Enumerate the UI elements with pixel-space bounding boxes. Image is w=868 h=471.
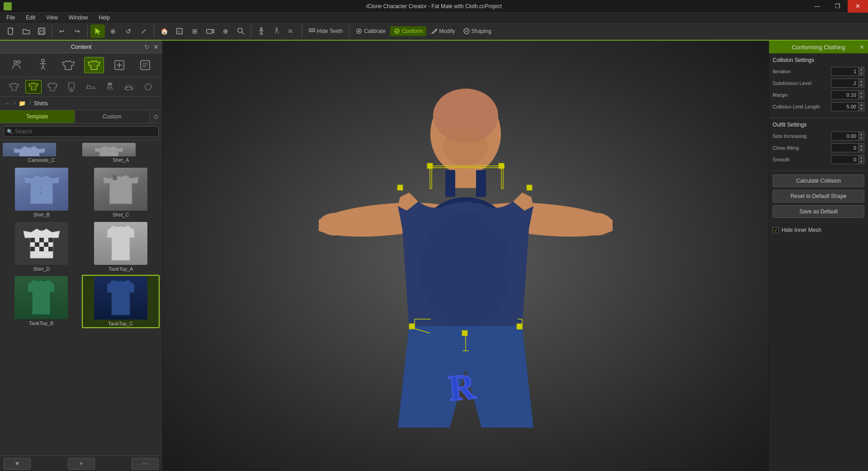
collision-settings-title: Collision Settings: [773, 57, 864, 63]
restore-button[interactable]: ❐: [827, 0, 848, 13]
grid-item-tanktop-b[interactable]: TankTop_B: [3, 275, 80, 328]
close-fitting-input[interactable]: [831, 143, 858, 152]
iteration-input[interactable]: [831, 67, 858, 76]
collision-limit-input[interactable]: [831, 102, 858, 111]
grid-item-tanktop-c[interactable]: TankTop_C: [82, 275, 160, 328]
download-button[interactable]: ▼: [4, 458, 31, 470]
category-extra[interactable]: [135, 57, 155, 73]
search-input[interactable]: [4, 126, 159, 137]
iteration-row: Iteration ▲ ▼: [773, 67, 864, 76]
ik-tool[interactable]: IK: [285, 24, 299, 38]
panel-refresh-button[interactable]: ↻: [144, 43, 150, 51]
new-button[interactable]: [4, 24, 18, 38]
category-shirt-active[interactable]: [84, 57, 104, 73]
category-skeleton[interactable]: [33, 57, 53, 73]
viewport[interactable]: R: [163, 41, 769, 471]
menu-edit[interactable]: Edit: [23, 14, 38, 22]
collision-limit-up[interactable]: ▲: [859, 103, 864, 107]
menu-window[interactable]: Window: [66, 14, 91, 22]
tab-template[interactable]: Template: [0, 110, 75, 123]
modify-button[interactable]: Modify: [427, 26, 458, 36]
view-orbit[interactable]: ⊕: [218, 24, 233, 38]
add-button[interactable]: +: [68, 458, 95, 470]
breadcrumb-back[interactable]: ←: [5, 100, 10, 107]
panel-close-button[interactable]: ✕: [153, 43, 159, 51]
shaping-button[interactable]: Shaping: [460, 26, 495, 36]
svg-rect-48: [30, 242, 35, 247]
subdivision-down[interactable]: ▼: [859, 83, 864, 87]
category-clothing[interactable]: [58, 57, 78, 73]
view-zoom[interactable]: [234, 24, 248, 38]
view-camera[interactable]: [203, 24, 217, 38]
margin-input[interactable]: [831, 90, 858, 99]
view-grid[interactable]: ⊞: [188, 24, 202, 38]
close-fitting-up[interactable]: ▲: [859, 144, 864, 148]
iteration-down[interactable]: ▼: [859, 71, 864, 75]
redo-button[interactable]: ↪: [70, 24, 85, 38]
menu-file[interactable]: File: [4, 14, 18, 22]
grid-item-shirt-c[interactable]: Shirt_C: [82, 166, 160, 219]
options-button[interactable]: ⋯: [132, 458, 159, 470]
subcat-shoes[interactable]: [83, 80, 99, 94]
subdivision-up[interactable]: ▲: [859, 79, 864, 83]
svg-rect-74: [527, 185, 532, 190]
calibrate-button[interactable]: Calibrate: [352, 26, 389, 36]
pose-tool[interactable]: [254, 24, 269, 38]
conform-panel-close[interactable]: ✕: [859, 44, 864, 51]
size-down[interactable]: ▼: [859, 136, 864, 140]
select-tool[interactable]: [90, 24, 105, 38]
subcat-circle[interactable]: [140, 80, 156, 94]
margin-up[interactable]: ▲: [859, 91, 864, 95]
subcat-top[interactable]: [6, 80, 22, 94]
grid-item[interactable]: [82, 143, 160, 156]
hide-teeth-button[interactable]: Hide Teeth: [305, 26, 346, 36]
hide-inner-mesh-checkbox[interactable]: [773, 227, 779, 233]
crosshair-tool[interactable]: ⊕: [106, 24, 120, 38]
collision-limit-down[interactable]: ▼: [859, 107, 864, 111]
save-as-default-button[interactable]: Save as Default: [773, 205, 864, 218]
subcat-hat[interactable]: [121, 80, 137, 94]
menu-help[interactable]: Help: [96, 14, 113, 22]
rotate-tool[interactable]: ↺: [121, 24, 136, 38]
category-people[interactable]: [7, 57, 27, 73]
save-button[interactable]: [34, 24, 49, 38]
grid-item-shirt-d[interactable]: Shirt_D: [3, 221, 80, 273]
size-up[interactable]: ▲: [859, 132, 864, 136]
smooth-down[interactable]: ▼: [859, 160, 864, 164]
margin-down[interactable]: ▼: [859, 95, 864, 99]
subdivision-input[interactable]: [831, 79, 858, 88]
conform-button[interactable]: Conform: [390, 26, 426, 36]
undo-button[interactable]: ↩: [55, 24, 69, 38]
close-fitting-down[interactable]: ▼: [859, 148, 864, 152]
grid-item-tanktop-a[interactable]: TankTop_A: [82, 221, 160, 273]
svg-rect-47: [48, 238, 53, 242]
smooth-up[interactable]: ▲: [859, 155, 864, 160]
home-view[interactable]: 🏠: [157, 24, 171, 38]
calculate-collision-button[interactable]: Calculate Collision: [773, 174, 864, 187]
hide-inner-mesh-label: Hide Inner Mesh: [782, 227, 821, 233]
subcat-glove[interactable]: [102, 80, 118, 94]
close-button[interactable]: ✕: [848, 0, 868, 13]
grid-item[interactable]: [3, 143, 80, 156]
view-front[interactable]: F: [172, 24, 187, 38]
open-button[interactable]: [19, 24, 33, 38]
iteration-up[interactable]: ▲: [859, 67, 864, 71]
tab-extra-button[interactable]: ⊙: [150, 110, 162, 123]
minimize-button[interactable]: —: [807, 0, 827, 13]
skeleton-tool[interactable]: [269, 24, 284, 38]
smooth-input[interactable]: [831, 155, 858, 164]
subcat-shirt-active[interactable]: [25, 80, 42, 94]
svg-rect-6: [207, 29, 212, 33]
subcat-jacket[interactable]: [44, 80, 61, 94]
size-increasing-input[interactable]: [831, 132, 858, 141]
subcat-pants[interactable]: [63, 80, 80, 94]
reset-default-shape-button[interactable]: Reset to Default Shape: [773, 190, 864, 203]
grid-item-shirt-b[interactable]: Shirt_B: [3, 166, 80, 219]
category-accessory[interactable]: [109, 57, 129, 73]
menu-view[interactable]: View: [43, 14, 61, 22]
app-icon: [4, 2, 12, 10]
breadcrumb-current: Shirts: [34, 100, 48, 107]
svg-rect-51: [44, 242, 48, 247]
tab-custom[interactable]: Custom: [75, 110, 150, 123]
move-tool[interactable]: ⤢: [137, 24, 151, 38]
